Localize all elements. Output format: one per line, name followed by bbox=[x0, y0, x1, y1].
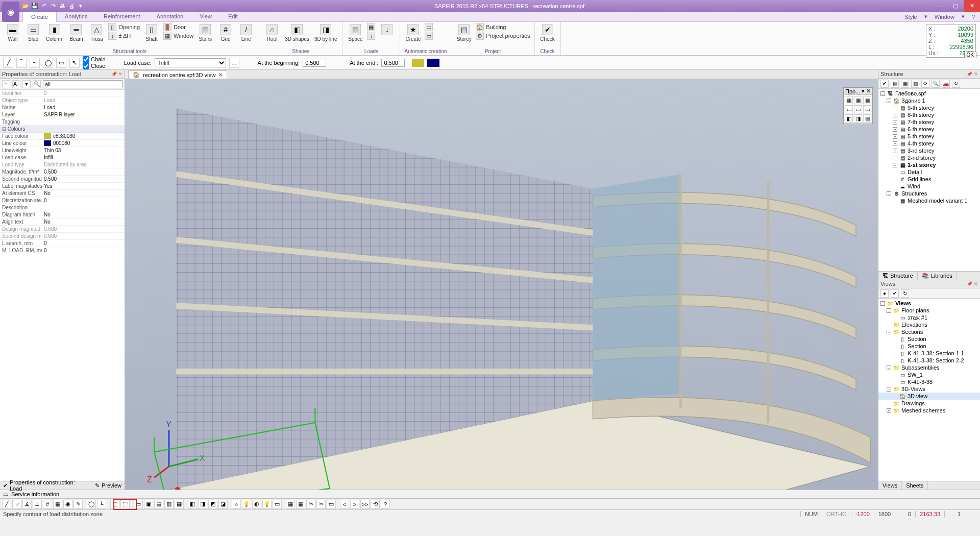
tree-node[interactable]: #Grid lines bbox=[878, 176, 980, 183]
property-row[interactable]: Face colourc8c80030 bbox=[0, 133, 125, 140]
tree-node[interactable]: +▤2-nd storey bbox=[878, 154, 980, 161]
tree-node[interactable]: -📁Sections bbox=[878, 328, 980, 335]
tree-node[interactable]: 🏠3D view bbox=[878, 393, 980, 400]
tree-btn[interactable]: ▤ bbox=[891, 80, 899, 88]
tree-btn[interactable]: ✔ bbox=[891, 289, 899, 298]
loadcase-more-icon[interactable]: … bbox=[229, 58, 239, 68]
tree-node[interactable]: ☁Wind bbox=[878, 183, 980, 190]
property-row[interactable]: Discretization ste...0 bbox=[0, 197, 125, 204]
pick-tool-icon[interactable]: ↖ bbox=[69, 58, 80, 68]
column-button[interactable]: ▮Column bbox=[45, 23, 64, 43]
view-btn[interactable]: ✂ bbox=[306, 500, 315, 509]
tab-libraries[interactable]: 📚 Libraries bbox=[918, 272, 957, 280]
view-btn[interactable]: ◨ bbox=[198, 500, 207, 509]
view-btn[interactable]: ▦ bbox=[286, 500, 295, 509]
snap-btn[interactable]: ✎ bbox=[74, 500, 83, 509]
tree-node[interactable]: -🏠Здание 1 bbox=[878, 97, 980, 104]
tree-node[interactable]: ▭SW_1 bbox=[878, 371, 980, 378]
view-btn[interactable]: ▦ bbox=[175, 500, 184, 509]
pin-icon[interactable]: 📌 ✕ bbox=[967, 71, 978, 77]
pal-btn[interactable]: ▭ bbox=[845, 105, 853, 113]
tree-node[interactable]: +▤7-th storey bbox=[878, 118, 980, 126]
highlighted-btn-2[interactable]: ⬚ bbox=[120, 500, 130, 509]
property-row[interactable]: Label magnitudesYes bbox=[0, 183, 125, 190]
view-btn[interactable]: ✂ bbox=[316, 500, 326, 509]
tab-sheets[interactable]: Sheets bbox=[902, 481, 928, 490]
search-icon[interactable]: 🔍 bbox=[33, 80, 41, 88]
pal-btn[interactable]: ◧ bbox=[845, 114, 853, 123]
property-row[interactable]: L search, mm0 bbox=[0, 240, 125, 247]
3dbyline-button[interactable]: ◨3D by line bbox=[313, 23, 338, 43]
pal-btn[interactable]: ▭ bbox=[863, 105, 871, 113]
view-btn[interactable]: ○ bbox=[232, 500, 241, 509]
tab-preview[interactable]: ✎ Preview bbox=[92, 482, 125, 489]
pin-icon[interactable]: 📌 ✕ bbox=[111, 71, 122, 77]
face-color-swatch[interactable] bbox=[412, 59, 424, 67]
dropdown-icon[interactable]: ▾ bbox=[77, 2, 85, 10]
tree-btn[interactable]: ✔ bbox=[880, 80, 889, 88]
dh-button[interactable]: ↕± ΔH bbox=[108, 32, 140, 40]
view-btn[interactable]: ▦ bbox=[296, 500, 305, 509]
property-row[interactable]: M_LOAD_RM, mm0 bbox=[0, 247, 125, 254]
palette-close-icon[interactable]: ▾ ✕ bbox=[862, 88, 871, 94]
pal-btn[interactable]: ▦ bbox=[845, 96, 853, 104]
tree-node[interactable]: 📁Elevations bbox=[878, 321, 980, 328]
property-row[interactable]: Tagging bbox=[0, 118, 125, 126]
tree-node[interactable]: -📁Views bbox=[878, 300, 980, 307]
3dshapes-button[interactable]: ◧3D shapes bbox=[284, 23, 310, 43]
snap-btn[interactable]: └ bbox=[97, 500, 106, 509]
tab-create[interactable]: Create bbox=[22, 12, 57, 22]
tree-node[interactable]: 📁Drawings bbox=[878, 400, 980, 407]
building-button[interactable]: 🏠Building bbox=[476, 23, 530, 31]
status-ortho[interactable]: ORTHO bbox=[822, 511, 851, 517]
app-button[interactable]: ◉ bbox=[2, 2, 19, 22]
structure-tree[interactable]: -🏗Глебово.spf-🏠Здание 1+▤9-th storey+▤8-… bbox=[878, 89, 980, 271]
view-btn[interactable]: ◧ bbox=[188, 500, 197, 509]
open-icon[interactable]: 📂 bbox=[21, 2, 30, 10]
tree-btn[interactable]: ⟳ bbox=[921, 80, 929, 88]
pal-btn[interactable]: ▭ bbox=[854, 105, 862, 113]
loadcase-select[interactable]: Infill bbox=[155, 58, 226, 67]
view-btn[interactable]: ◐ bbox=[252, 500, 261, 509]
end-input[interactable] bbox=[381, 59, 405, 67]
property-row[interactable]: Second magnitud...0.500 bbox=[0, 176, 125, 183]
view-btn[interactable]: ▭ bbox=[134, 500, 143, 509]
property-row[interactable]: NameLoad bbox=[0, 104, 125, 111]
view-btn[interactable]: ◪ bbox=[218, 500, 228, 509]
ok-button[interactable]: OK bbox=[964, 52, 976, 58]
tree-btn[interactable]: ● bbox=[880, 289, 889, 298]
autocreate-button[interactable]: ★Create bbox=[404, 23, 422, 43]
tree-node[interactable]: +▤6-th storey bbox=[878, 126, 980, 133]
tab-views[interactable]: Views bbox=[878, 481, 902, 490]
tree-node[interactable]: ▭K-41-3-38 bbox=[878, 378, 980, 385]
view-btn[interactable]: ▭ bbox=[327, 500, 336, 509]
view-btn[interactable]: ▥ bbox=[164, 500, 174, 509]
filter-input[interactable] bbox=[43, 80, 122, 88]
tree-btn[interactable]: 🔍 bbox=[932, 80, 940, 88]
property-row[interactable]: Object typeLoad bbox=[0, 97, 125, 104]
filter-icon[interactable]: ▼ bbox=[22, 80, 31, 88]
tree-node[interactable]: +▤9-th storey bbox=[878, 104, 980, 111]
tree-node[interactable]: ▭этаж #1 bbox=[878, 314, 980, 321]
close-tab-icon[interactable]: ✕ bbox=[218, 72, 223, 78]
chain-checkbox[interactable]: Chain bbox=[83, 56, 106, 63]
view-btn[interactable]: 💡 bbox=[262, 500, 272, 509]
tab-reinforcement[interactable]: Reinforcement bbox=[95, 12, 149, 21]
tree-btn[interactable]: ↻ bbox=[952, 80, 960, 88]
view-btn[interactable]: ⟲ bbox=[371, 500, 380, 509]
view-btn[interactable]: ? bbox=[381, 500, 390, 509]
save-icon[interactable]: 💾 bbox=[31, 2, 39, 10]
space-button[interactable]: ▦Space bbox=[347, 23, 364, 43]
line-tool-icon[interactable]: ╱ bbox=[3, 58, 13, 68]
redo-icon[interactable]: ↷ bbox=[49, 2, 57, 10]
spline-tool-icon[interactable]: ～ bbox=[30, 58, 40, 68]
truss-button[interactable]: △Truss bbox=[88, 23, 105, 43]
slab-button[interactable]: ▭Slab bbox=[24, 23, 42, 43]
print-icon[interactable]: 🖨 bbox=[67, 2, 76, 10]
tree-node[interactable]: +▤4-th storey bbox=[878, 140, 980, 147]
tree-btn[interactable]: 🚗 bbox=[942, 80, 950, 88]
pal-btn[interactable]: ▦ bbox=[854, 96, 862, 104]
door-button[interactable]: 🚪Door bbox=[163, 23, 193, 31]
auto-small-1[interactable]: ▭ bbox=[425, 23, 433, 31]
property-row[interactable]: Line colour000080 bbox=[0, 140, 125, 147]
